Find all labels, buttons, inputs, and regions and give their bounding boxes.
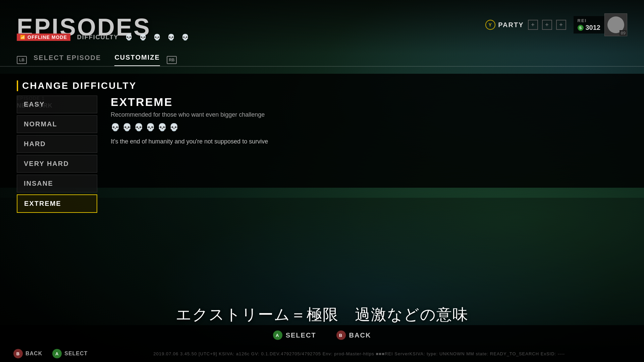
japanese-subtitle: エクストリーム＝極限 過激などの意味 xyxy=(0,304,644,325)
header-right: Y PARTY + + + REI S 3012 89 xyxy=(485,13,627,36)
bottom-select-control: A SELECT xyxy=(52,349,88,358)
diff-very-hard[interactable]: VERY HARD xyxy=(17,155,97,173)
coin-icon: S xyxy=(578,25,584,31)
avatar: 89 xyxy=(604,13,627,36)
y-button-icon: Y xyxy=(485,20,495,30)
sub-header: 📶 OFFLINE MODE DIFFICULTY 💀 💀 💀 💀 💀 xyxy=(17,34,189,41)
diff-hard[interactable]: HARD xyxy=(17,135,97,153)
select-label: SELECT xyxy=(286,331,316,339)
player-name: REI xyxy=(578,18,601,23)
diff-extreme[interactable]: EXTREME xyxy=(17,194,97,213)
tab-select-episode[interactable]: SELECT EPISODE xyxy=(34,54,101,66)
player-coins: S 3012 xyxy=(578,24,601,32)
rb-tab-button: RB xyxy=(167,56,177,64)
add-player-2[interactable]: + xyxy=(542,20,552,30)
control-bar: A SELECT B BACK xyxy=(0,325,644,345)
diff-insane[interactable]: INSANE xyxy=(17,175,97,192)
back-control: B BACK xyxy=(336,330,371,340)
b-button: B xyxy=(336,330,346,340)
bottom-select-label: SELECT xyxy=(64,351,88,357)
detail-skull-6: 💀 xyxy=(169,123,178,132)
tab-navigation: LB SELECT EPISODE CUSTOMIZE RB xyxy=(0,54,644,67)
party-button[interactable]: Y PARTY xyxy=(485,20,524,30)
party-label: PARTY xyxy=(498,21,524,29)
status-bar: B BACK A SELECT 2019.07.06 3.45.50 [UTC+… xyxy=(0,345,644,362)
skull-2: 💀 xyxy=(139,34,147,41)
select-control: A SELECT xyxy=(273,330,316,340)
rb-badge: RB xyxy=(167,56,177,64)
skull-5: 💀 xyxy=(181,34,189,41)
lb-tab-button: LB xyxy=(17,56,27,64)
change-difficulty-section: CHANGE DIFFICULTY xyxy=(0,74,644,95)
skull-3: 💀 xyxy=(153,34,161,41)
detail-skull-4: 💀 xyxy=(146,123,155,132)
diff-normal[interactable]: NORMAL xyxy=(17,115,97,133)
difficulty-label: DIFFICULTY xyxy=(77,34,119,41)
a-button: A xyxy=(273,330,282,340)
player-info: REI S 3012 xyxy=(574,16,605,34)
bottom-b-button: B xyxy=(13,349,23,358)
lb-badge: LB xyxy=(17,56,27,64)
detail-description: It's the end of humanity and you're not … xyxy=(111,137,614,146)
status-text: 2019.07.06 3.45.50 [UTC+9] KSIVA: a126c … xyxy=(153,351,565,356)
back-label: BACK xyxy=(349,331,371,339)
diff-easy[interactable]: EASY xyxy=(17,96,97,113)
detail-subtitle: Recommended for those who want even bigg… xyxy=(111,111,614,118)
detail-skull-3: 💀 xyxy=(134,123,143,132)
detail-skull-5: 💀 xyxy=(158,123,167,132)
bottom-back-label: BACK xyxy=(25,351,42,357)
difficulty-layout: EASY NORMAL HARD VERY HARD INSANE EXTREM… xyxy=(0,96,644,213)
skull-1: 💀 xyxy=(125,34,132,41)
add-player-3[interactable]: + xyxy=(556,20,566,30)
skull-4: 💀 xyxy=(167,34,175,41)
detail-skulls: 💀 💀 💀 💀 💀 💀 xyxy=(111,123,614,132)
bottom-a-button: A xyxy=(52,349,62,358)
detail-name: EXTREME xyxy=(111,96,614,109)
difficulty-list: EASY NORMAL HARD VERY HARD INSANE EXTREM… xyxy=(17,96,97,213)
offline-badge: 📶 OFFLINE MODE xyxy=(17,34,70,41)
header: EPISODES Y PARTY + + + REI S 3012 xyxy=(0,0,644,54)
add-player-1[interactable]: + xyxy=(528,20,538,30)
wifi-icon: 📶 xyxy=(20,35,25,40)
level-badge: 89 xyxy=(620,30,627,36)
bottom-back-control: B BACK xyxy=(13,349,42,358)
section-title: CHANGE DIFFICULTY xyxy=(17,80,627,91)
detail-skull-2: 💀 xyxy=(122,123,131,132)
detail-skull-1: 💀 xyxy=(111,123,120,132)
tab-customize[interactable]: CUSTOMIZE xyxy=(114,54,160,66)
detail-panel: EXTREME Recommended for those who want e… xyxy=(97,96,627,213)
player-card: REI S 3012 89 xyxy=(574,13,628,36)
section-accent xyxy=(17,80,18,91)
status-left: B BACK A SELECT xyxy=(13,349,88,358)
